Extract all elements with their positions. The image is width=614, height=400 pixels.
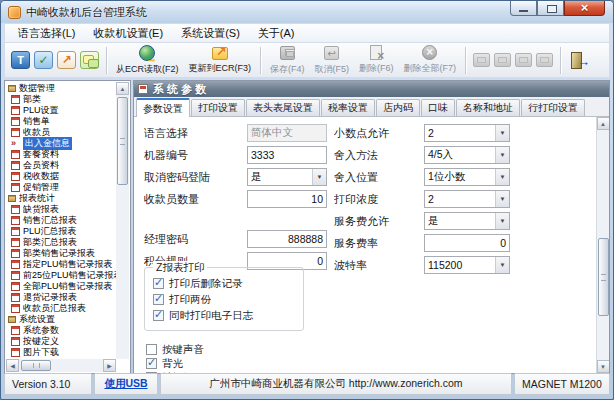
combo-arrow-icon[interactable] — [495, 213, 509, 229]
field-control[interactable]: 115200 — [424, 256, 510, 274]
device-icon[interactable] — [515, 53, 532, 67]
field-control[interactable]: 2 — [424, 124, 510, 142]
scrollbar-thumb[interactable] — [598, 238, 609, 316]
tree-item-icon — [11, 150, 20, 159]
cancel-button[interactable]: 取消(F5) — [310, 44, 355, 77]
field-control[interactable]: 4/5入 — [424, 146, 510, 164]
field-control[interactable]: 是 — [424, 212, 510, 230]
delete-all-button[interactable]: 删除全部(F7) — [399, 44, 462, 76]
scroll-right-icon[interactable] — [103, 359, 116, 372]
scrollbar-thumb[interactable] — [117, 97, 128, 185]
app-icon — [8, 6, 21, 19]
field-label: 机器编号 — [144, 148, 247, 163]
scroll-down-icon[interactable] — [597, 360, 610, 373]
chart-icon[interactable] — [57, 51, 76, 69]
tree-item-icon — [11, 161, 20, 170]
field-control[interactable]: 10 — [247, 190, 327, 208]
printer-icon[interactable] — [494, 53, 511, 67]
checkbox — [146, 358, 157, 369]
field-value: 0 — [425, 237, 509, 249]
field-control[interactable]: 2 — [424, 190, 510, 208]
field-label: 打印浓度 — [334, 192, 424, 207]
form-field: 语言选择 简体中文 — [144, 124, 336, 142]
close-button[interactable] — [564, 1, 605, 16]
form-field: 机器编号 3333 — [144, 146, 336, 164]
tree-item-icon — [11, 271, 20, 280]
scroll-up-icon[interactable] — [116, 82, 129, 95]
menu-item[interactable]: 收款机设置(E) — [84, 24, 172, 43]
minimize-button[interactable] — [510, 1, 537, 16]
field-value: 是 — [425, 214, 495, 228]
tasks-check-icon[interactable] — [34, 51, 53, 69]
menu-item[interactable]: 语言选择(L) — [9, 24, 84, 43]
main-panel: 系统参数 参数设置 打印设置 表头表尾设置 — [133, 80, 610, 374]
language-icon[interactable] — [11, 51, 30, 69]
combo-arrow-icon[interactable] — [495, 191, 509, 207]
form-field: 经理密码 888888 — [144, 230, 336, 248]
tab[interactable]: 表头表尾设置 — [246, 99, 320, 116]
exit-door-icon[interactable] — [570, 51, 587, 69]
tab[interactable]: 口味 — [421, 99, 455, 116]
read-from-ecr-button[interactable]: 从ECR读取(F2) — [111, 44, 184, 77]
form-right-column: 小数点允许 2 舍入方法 4/5入 — [334, 124, 514, 278]
toolbar-disabled-group — [470, 53, 556, 67]
tree-item-icon — [11, 216, 20, 225]
maximize-button[interactable] — [537, 1, 564, 16]
field-control[interactable]: 0 — [424, 234, 510, 252]
checkbox-field[interactable]: 按键声音 — [146, 343, 204, 356]
tab[interactable]: 店内码 — [376, 99, 420, 116]
checkbox-field[interactable]: 背光 — [146, 357, 204, 370]
checkbox-field[interactable]: 同时打印电子日志 — [153, 309, 253, 322]
combo-arrow-icon[interactable] — [495, 169, 509, 185]
tree-item-icon — [11, 238, 20, 247]
sidebar-tree: 数据管理 部类 PLU设置 销售单 — [6, 82, 116, 359]
form-field: 舍入位置 1位小数 — [334, 168, 514, 186]
menu-item[interactable]: 关于(A) — [249, 24, 304, 43]
usb-link-segment: 使用USB — [94, 373, 158, 395]
archive-icon[interactable] — [473, 53, 490, 67]
panel-header: 系统参数 — [134, 81, 609, 97]
combo-arrow-icon[interactable] — [495, 125, 509, 141]
tab[interactable]: 行打印设置 — [521, 99, 585, 116]
save-button[interactable]: 保存(F4) — [265, 44, 310, 77]
form-field: 打印浓度 2 — [334, 190, 514, 208]
combo-arrow-icon[interactable] — [312, 169, 326, 185]
form-field: 小数点允许 2 — [334, 124, 514, 142]
tab[interactable]: 参数设置 — [136, 98, 190, 117]
scrollbar-thumb[interactable] — [21, 360, 51, 371]
checkbox-field[interactable]: 打印后删除记录 — [153, 277, 253, 290]
combo-arrow-icon[interactable] — [495, 257, 509, 273]
tab[interactable]: 名称和地址 — [456, 99, 520, 116]
content-area: 数据管理 部类 PLU设置 销售单 — [4, 80, 610, 374]
field-value: 115200 — [425, 259, 495, 271]
tree-row[interactable]: 图片下载 — [6, 347, 116, 358]
field-control[interactable]: 3333 — [247, 146, 327, 164]
delete-document-icon — [370, 45, 382, 60]
tab[interactable]: 税率设置 — [321, 99, 375, 116]
tree-item-icon — [11, 249, 20, 258]
tree-item-icon — [11, 106, 20, 115]
field-label: 取消密码登陆 — [144, 170, 247, 185]
messages-icon[interactable] — [80, 51, 99, 69]
tab[interactable]: 打印设置 — [191, 99, 245, 116]
scroll-up-icon[interactable] — [597, 117, 610, 130]
field-control[interactable]: 888888 — [247, 230, 327, 248]
toolbar-separator — [260, 47, 261, 74]
menu-item[interactable]: 系统设置(S) — [172, 24, 249, 43]
field-control[interactable]: 简体中文 — [247, 124, 327, 142]
checkbox — [146, 344, 157, 355]
scroll-left-icon[interactable] — [6, 359, 19, 372]
field-control[interactable]: 1位小数 — [424, 168, 510, 186]
checkbox-field[interactable]: 打印两份 — [153, 293, 253, 306]
delete-button[interactable]: 删除(F6) — [354, 44, 399, 76]
field-control[interactable]: 是 — [247, 168, 327, 186]
combo-arrow-icon[interactable] — [495, 147, 509, 163]
field-label: 舍入方法 — [334, 148, 424, 163]
use-usb-link[interactable]: 使用USB — [104, 377, 147, 391]
checkbox — [153, 278, 164, 289]
field-value: 1位小数 — [425, 170, 495, 184]
update-to-ecr-button[interactable]: 更新到ECR(F3) — [184, 44, 257, 76]
company-label: 广州市中崎商业机器有限公司 http://www.zonerich.com — [160, 373, 512, 395]
field-value: 简体中文 — [248, 126, 326, 140]
calendar-icon[interactable] — [536, 53, 553, 67]
